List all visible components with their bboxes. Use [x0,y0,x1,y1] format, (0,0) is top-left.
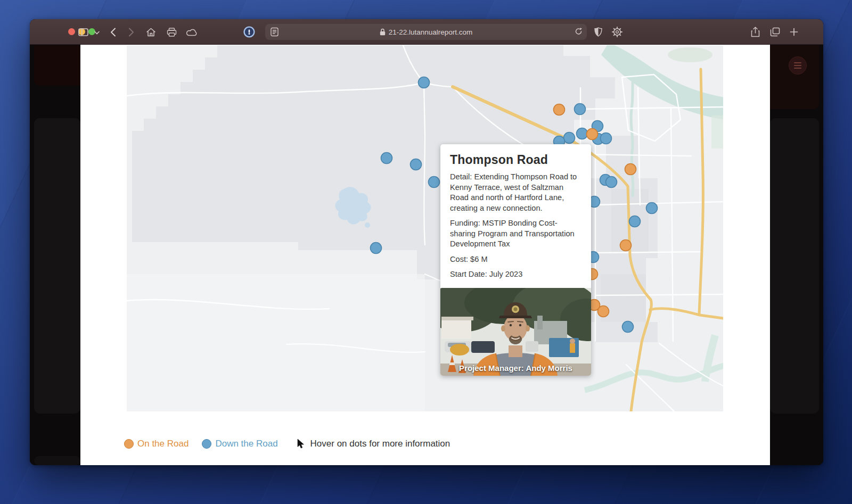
close-window-button[interactable] [68,28,75,35]
tooltip-title: Thompson Road [450,153,581,167]
project-dot[interactable] [646,203,658,214]
legend-hint: Hover on dots for more information [310,439,450,449]
lock-icon [380,28,386,36]
project-dot[interactable] [625,164,636,175]
project-dot[interactable] [429,177,440,188]
project-dot[interactable] [411,159,422,170]
reload-icon[interactable] [575,27,583,38]
dimmed-left-card-top [34,45,80,86]
dimmed-left-card-middle [34,118,80,414]
forward-icon[interactable] [124,24,138,39]
tooltip-detail: Detail: Extending Thompson Road to Kenny… [450,172,581,213]
tab-overview-icon[interactable] [767,24,782,39]
project-dot[interactable] [620,240,632,251]
dimmed-right-card-middle [770,118,819,414]
project-dot[interactable] [371,243,382,254]
reader-page-icon[interactable] [271,27,278,39]
dimmed-left-card-bottom [34,456,80,465]
browser-toolbar: 21-22.lutannualreport.com [30,19,823,45]
print-icon[interactable] [164,24,179,39]
project-dot[interactable] [577,128,588,139]
photo-caption: Project Manager: Andy Morris [440,363,591,373]
legend-item-on-the-road: On the Road [124,439,189,449]
safari-window: 21-22.lutannualreport.com [30,19,823,465]
new-tab-icon[interactable] [787,24,801,39]
address-bar[interactable]: 21-22.lutannualreport.com [265,24,587,40]
legend-item-down-the-road: Down the Road [202,439,277,449]
project-dot[interactable] [622,321,634,333]
tooltip-funding: Funding: MSTIP Bonding Cost-sharing Prog… [450,218,581,250]
map-legend: On the Road Down the Road Hover on dots … [124,436,450,451]
privacy-shield-icon[interactable] [591,24,605,39]
share-icon[interactable] [748,24,763,39]
legend-label: Down the Road [215,439,277,449]
tooltip-start-date: Start Date: July 2023 [450,269,581,280]
chevron-down-icon[interactable] [89,25,104,40]
project-dot[interactable] [606,177,617,188]
project-dot[interactable] [381,153,392,164]
back-icon[interactable] [105,24,120,39]
project-map[interactable]: Thompson Road Detail: Extending Thompson… [127,45,723,411]
password-manager-icon[interactable] [242,24,257,39]
project-dot[interactable] [629,216,641,227]
project-manager-photo: Project Manager: Andy Morris [440,288,591,376]
hamburger-menu-icon[interactable] [789,56,807,75]
legend-label: On the Road [137,439,189,449]
project-dot[interactable] [587,129,598,140]
project-dot[interactable] [598,306,609,317]
project-dot[interactable] [419,77,430,88]
home-icon[interactable] [143,24,158,39]
project-dot[interactable] [554,104,565,115]
project-tooltip: Thompson Road Detail: Extending Thompson… [440,144,591,376]
cursor-arrow-icon [297,439,305,449]
page-content: Thompson Road Detail: Extending Thompson… [30,45,823,465]
project-dot[interactable] [575,104,586,115]
sidebar-icon[interactable] [76,24,91,39]
project-dot[interactable] [601,133,612,144]
map-panel: Thompson Road Detail: Extending Thompson… [80,45,770,465]
dimmed-right-card-top [770,45,819,109]
blue-dot-icon [202,439,211,449]
settings-gear-icon[interactable] [610,24,625,39]
orange-dot-icon [124,439,134,449]
project-dot[interactable] [564,133,575,144]
tooltip-cost: Cost: $6 M [450,254,581,265]
cloud-icon[interactable] [185,24,200,39]
url-text: 21-22.lutannualreport.com [389,28,473,36]
